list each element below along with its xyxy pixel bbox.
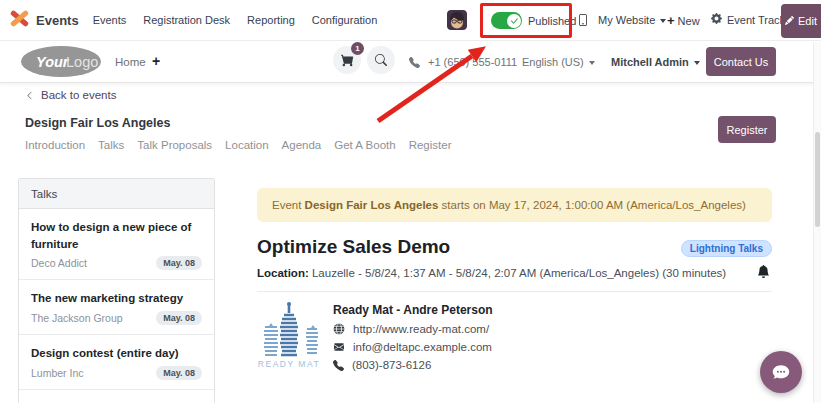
backend-menu: Events Registration Desk Reporting Confi… xyxy=(93,14,378,26)
new-label: New xyxy=(678,15,700,27)
nav-home-link[interactable]: Home xyxy=(115,56,146,68)
chevron-left-icon xyxy=(25,90,34,101)
tab-agenda[interactable]: Agenda xyxy=(282,139,322,151)
company-logo: READY MAT xyxy=(257,299,321,375)
event-title: Design Fair Los Angeles xyxy=(25,116,170,130)
bell-icon[interactable] xyxy=(757,264,770,282)
cart-count-badge: 1 xyxy=(351,42,364,55)
odoo-events-logo-icon xyxy=(9,10,30,31)
chevron-down-icon xyxy=(694,61,700,65)
plus-icon: + xyxy=(667,13,675,28)
menu-configuration[interactable]: Configuration xyxy=(312,14,377,26)
scrollbar-thumb[interactable] xyxy=(815,132,820,227)
talk-main-content: Event Design Fair Los Angeles starts on … xyxy=(257,188,772,375)
search-button[interactable] xyxy=(367,46,395,74)
nav-phone[interactable]: +1 (650) 555-0111 xyxy=(409,56,517,68)
livechat-button[interactable] xyxy=(760,351,802,393)
menu-reporting[interactable]: Reporting xyxy=(247,14,295,26)
envelope-icon xyxy=(333,342,345,352)
talk-list-item[interactable]: The new marketing strategy The Jackson G… xyxy=(19,280,214,335)
company-email-link[interactable]: info@deltapc.example.com xyxy=(333,341,493,353)
chevron-down-icon xyxy=(660,19,666,23)
tab-introduction[interactable]: Introduction xyxy=(25,139,85,151)
tab-get-a-booth[interactable]: Get A Booth xyxy=(334,139,395,151)
menu-events[interactable]: Events xyxy=(93,14,127,26)
phone-icon xyxy=(333,360,344,371)
talk-speaker: Lumber Inc xyxy=(31,367,84,379)
talks-sidebar: Talks How to design a new piece of furni… xyxy=(18,178,215,403)
talk-date-badge: May. 08 xyxy=(156,256,202,270)
mobile-preview-icon[interactable] xyxy=(577,13,589,31)
company-email-address: info@deltapc.example.com xyxy=(353,341,492,353)
register-button[interactable]: Register xyxy=(718,116,776,143)
user-dropdown[interactable]: Mitchell Admin xyxy=(611,56,700,68)
talk-list-item[interactable]: How to design a new piece of furniture D… xyxy=(19,209,214,280)
nav-phone-number: +1 (650) 555-0111 xyxy=(428,56,517,68)
gear-icon xyxy=(711,13,722,26)
logo-text-light: Logo xyxy=(66,54,98,70)
tab-location[interactable]: Location xyxy=(225,139,268,151)
divider xyxy=(257,291,772,292)
user-name: Mitchell Admin xyxy=(611,56,689,68)
my-website-dropdown[interactable]: My Website xyxy=(598,14,666,26)
talk-item-meta: Deco Addict May. 08 xyxy=(31,256,202,270)
my-website-label: My Website xyxy=(598,14,655,26)
location-label: Location: xyxy=(257,267,309,279)
edit-label: Edit xyxy=(798,15,817,27)
talk-item-title: How to design a new piece of furniture xyxy=(31,219,202,252)
talk-date-badge: May. 08 xyxy=(156,366,202,380)
contact-us-button[interactable]: Contact Us xyxy=(706,47,776,76)
app-name: Events xyxy=(36,13,79,28)
alert-prefix: Event xyxy=(272,199,305,211)
chat-bubble-icon xyxy=(770,361,792,383)
pencil-icon xyxy=(785,15,794,27)
company-logo-caption: READY MAT xyxy=(258,359,320,369)
event-start-alert: Event Design Fair Los Angeles starts on … xyxy=(257,188,772,222)
menu-registration-desk[interactable]: Registration Desk xyxy=(143,14,230,26)
location-value: Lauzelle - 5/8/24, 1:37 AM - 5/8/24, 2:0… xyxy=(309,267,726,279)
cart-icon xyxy=(341,54,354,67)
tab-talks[interactable]: Talks xyxy=(98,139,124,151)
company-phone-number: (803)-873-6126 xyxy=(352,359,431,371)
published-toggle[interactable] xyxy=(491,12,522,29)
edit-button[interactable]: Edit xyxy=(781,4,821,38)
talk-list-item[interactable]: Advanced reporting xyxy=(19,390,214,403)
odoo-app-brand[interactable]: Events xyxy=(9,10,79,31)
tab-talk-proposals[interactable]: Talk Proposals xyxy=(137,139,212,151)
talk-list-item[interactable]: Design contest (entire day) Lumber Inc M… xyxy=(19,335,214,390)
tab-register[interactable]: Register xyxy=(409,139,452,151)
add-menu-icon[interactable]: + xyxy=(152,53,160,69)
published-label: Published xyxy=(528,15,576,27)
backend-topbar: Events Events Registration Desk Reportin… xyxy=(0,0,821,41)
backend-topbar-left: Events Events Registration Desk Reportin… xyxy=(9,0,377,40)
screen: Events Events Registration Desk Reportin… xyxy=(0,0,821,403)
website-navbar: Your Logo Home + 1 +1 (650) 555-0111 Eng… xyxy=(0,41,821,83)
talk-item-meta: Lumber Inc May. 08 xyxy=(31,366,202,380)
search-icon xyxy=(375,54,387,66)
talk-item-title: Design contest (entire day) xyxy=(31,345,202,362)
talk-item-meta: The Jackson Group May. 08 xyxy=(31,311,202,325)
chevron-down-icon xyxy=(589,61,595,65)
back-to-events-link[interactable]: Back to events xyxy=(25,89,116,101)
scrollbar-track xyxy=(813,42,821,403)
sidebar-header: Talks xyxy=(19,179,214,209)
alert-suffix: starts on May 17, 2024, 1:00:00 AM (Amer… xyxy=(438,199,745,211)
user-avatar[interactable] xyxy=(447,10,467,30)
event-subnav: Introduction Talks Talk Proposals Locati… xyxy=(25,139,451,151)
talk-date-badge: May. 08 xyxy=(156,311,202,325)
company-website-link[interactable]: http://www.ready-mat.com/ xyxy=(333,323,493,335)
event-track-label: Event Track xyxy=(727,14,785,26)
your-logo[interactable]: Your Logo xyxy=(20,45,102,82)
company-phone-link[interactable]: (803)-873-6126 xyxy=(333,359,493,371)
language-dropdown[interactable]: English (US) xyxy=(522,56,595,68)
published-toggle-check-icon xyxy=(507,14,521,28)
globe-icon xyxy=(333,323,345,335)
event-track-menu[interactable]: Event Track xyxy=(711,13,785,26)
publish-control: Published xyxy=(491,12,576,29)
speaker-company-card: READY MAT Ready Mat - Andre Peterson htt… xyxy=(257,299,772,375)
phone-icon xyxy=(409,57,420,68)
new-button[interactable]: + New xyxy=(667,13,700,28)
talk-track-badge: Lightning Talks xyxy=(681,240,772,257)
talk-location: Location: Lauzelle - 5/8/24, 1:37 AM - 5… xyxy=(257,267,772,279)
talk-item-title: The new marketing strategy xyxy=(31,290,202,307)
